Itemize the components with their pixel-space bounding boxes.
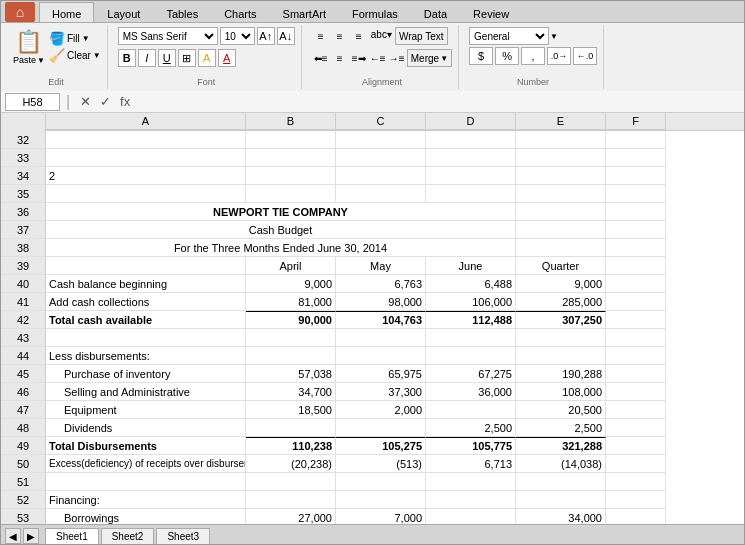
table-row: 32 <box>1 131 744 149</box>
font-size-select[interactable]: 10 <box>220 27 255 45</box>
paste-arrow: ▼ <box>37 56 45 65</box>
table-row: 39 April May June Quarter <box>1 257 744 275</box>
indent-less-button[interactable]: ←≡ <box>369 49 387 67</box>
home-icon-btn[interactable]: ⌂ <box>5 2 35 22</box>
row-header: 49 <box>1 437 46 455</box>
tab-smartart[interactable]: SmartArt <box>270 2 339 22</box>
corner-cell <box>1 113 46 131</box>
indent-more-button[interactable]: →≡ <box>388 49 406 67</box>
table-row: 49 Total Disbursements 110,238 105,275 1… <box>1 437 744 455</box>
row-header: 43 <box>1 329 46 347</box>
scroll-tabs-left[interactable]: ◀ <box>5 528 21 544</box>
table-row: 38 For the Three Months Ended June 30, 2… <box>1 239 744 257</box>
row-header: 32 <box>1 131 46 149</box>
tab-review[interactable]: Review <box>460 2 522 22</box>
table-row: 45 Purchase of inventory 57,038 65,975 6… <box>1 365 744 383</box>
merge-button[interactable]: Merge ▼ <box>407 49 452 67</box>
tab-tables[interactable]: Tables <box>153 2 211 22</box>
font-family-select[interactable]: MS Sans Serif <box>118 27 218 45</box>
col-header-d[interactable]: D <box>426 113 516 130</box>
sheet-tab-3[interactable]: Sheet3 <box>156 528 210 544</box>
row-header: 35 <box>1 185 46 203</box>
align-right-top-button[interactable]: ≡ <box>350 27 368 45</box>
paste-label: Paste <box>13 55 36 65</box>
border-button[interactable]: ⊞ <box>178 49 196 67</box>
italic-button[interactable]: I <box>138 49 156 67</box>
align-center-button[interactable]: ≡ <box>331 49 349 67</box>
table-row: 42 Total cash available 90,000 104,763 1… <box>1 311 744 329</box>
col-header-e[interactable]: E <box>516 113 606 130</box>
decrease-decimal-button[interactable]: ←.0 <box>573 47 597 65</box>
formula-separator: | <box>66 93 70 111</box>
sheet-tab-2[interactable]: Sheet2 <box>101 528 155 544</box>
row-header: 40 <box>1 275 46 293</box>
tab-home[interactable]: Home <box>39 2 94 22</box>
grow-font-button[interactable]: A↑ <box>257 27 275 45</box>
font-color-button[interactable]: A <box>218 49 236 67</box>
col-header-b[interactable]: B <box>246 113 336 130</box>
row-header: 36 <box>1 203 46 221</box>
cell-reference-input[interactable] <box>5 93 60 111</box>
currency-button[interactable]: $ <box>469 47 493 65</box>
alignment-group: ≡ ≡ ≡ abc▾ Wrap Text ⬅≡ ≡ ≡➡ ←≡ →≡ Merge <box>306 25 459 89</box>
highlight-button[interactable]: A <box>198 49 216 67</box>
row-header: 34 <box>1 167 46 185</box>
col-header-c[interactable]: C <box>336 113 426 130</box>
table-row: 35 <box>1 185 744 203</box>
percent-button[interactable]: % <box>495 47 519 65</box>
comma-button[interactable]: , <box>521 47 545 65</box>
table-row: 53 Borrowings 27,000 7,000 34,000 <box>1 509 744 524</box>
formula-bar: | ✕ ✓ fx <box>1 91 744 113</box>
wrap-text-button[interactable]: Wrap Text <box>395 27 448 45</box>
sheet-tab-1[interactable]: Sheet1 <box>45 528 99 544</box>
align-left-button[interactable]: ⬅≡ <box>312 49 330 67</box>
underline-button[interactable]: U <box>158 49 176 67</box>
increase-decimal-button[interactable]: .0→ <box>547 47 571 65</box>
table-row: 52 Financing: <box>1 491 744 509</box>
shrink-font-button[interactable]: A↓ <box>277 27 295 45</box>
tab-formulas[interactable]: Formulas <box>339 2 411 22</box>
cancel-formula-icon[interactable]: ✕ <box>76 93 94 111</box>
table-row: 48 Dividends 2,500 2,500 <box>1 419 744 437</box>
align-left-top-button[interactable]: ≡ <box>312 27 330 45</box>
table-row: 44 Less disbursements: <box>1 347 744 365</box>
alignment-group-label: Alignment <box>306 77 458 87</box>
edit-group-label: Edit <box>5 77 107 87</box>
row-header: 39 <box>1 257 46 275</box>
tab-data[interactable]: Data <box>411 2 460 22</box>
font-group: MS Sans Serif 10 A↑ A↓ B I U ⊞ A A <box>112 25 302 89</box>
tab-layout[interactable]: Layout <box>94 2 153 22</box>
table-row: 37 Cash Budget <box>1 221 744 239</box>
paste-button[interactable]: 📋 Paste ▼ <box>11 27 47 67</box>
confirm-formula-icon[interactable]: ✓ <box>96 93 114 111</box>
col-header-f[interactable]: F <box>606 113 666 130</box>
insert-function-icon[interactable]: fx <box>116 93 134 111</box>
clear-button[interactable]: 🧹 Clear ▼ <box>49 48 101 63</box>
sheet-tabs: ◀ ▶ Sheet1 Sheet2 Sheet3 <box>1 524 744 544</box>
formula-input[interactable] <box>138 93 740 111</box>
tab-charts[interactable]: Charts <box>211 2 269 22</box>
fill-button[interactable]: 🪣 Fill ▼ <box>49 31 101 46</box>
table-row: 51 <box>1 473 744 491</box>
align-right-button[interactable]: ≡➡ <box>350 49 368 67</box>
row-header: 44 <box>1 347 46 365</box>
row-header: 46 <box>1 383 46 401</box>
row-header: 47 <box>1 401 46 419</box>
row-header: 50 <box>1 455 46 473</box>
table-row: 41 Add cash collections 81,000 98,000 10… <box>1 293 744 311</box>
align-center-top-button[interactable]: ≡ <box>331 27 349 45</box>
number-format-select[interactable]: General <box>469 27 549 45</box>
num-format-arrow: ▼ <box>550 32 558 41</box>
scroll-tabs-right[interactable]: ▶ <box>23 528 39 544</box>
row-header: 51 <box>1 473 46 491</box>
table-row: 36 NEWPORT TIE COMPANY <box>1 203 744 221</box>
table-row: 46 Selling and Administrative 34,700 37,… <box>1 383 744 401</box>
number-group-label: Number <box>463 77 603 87</box>
font-group-label: Font <box>112 77 301 87</box>
table-row: 43 <box>1 329 744 347</box>
row-header: 45 <box>1 365 46 383</box>
bold-button[interactable]: B <box>118 49 136 67</box>
row-header: 42 <box>1 311 46 329</box>
col-header-a[interactable]: A <box>46 113 246 130</box>
table-row: 47 Equipment 18,500 2,000 20,500 <box>1 401 744 419</box>
